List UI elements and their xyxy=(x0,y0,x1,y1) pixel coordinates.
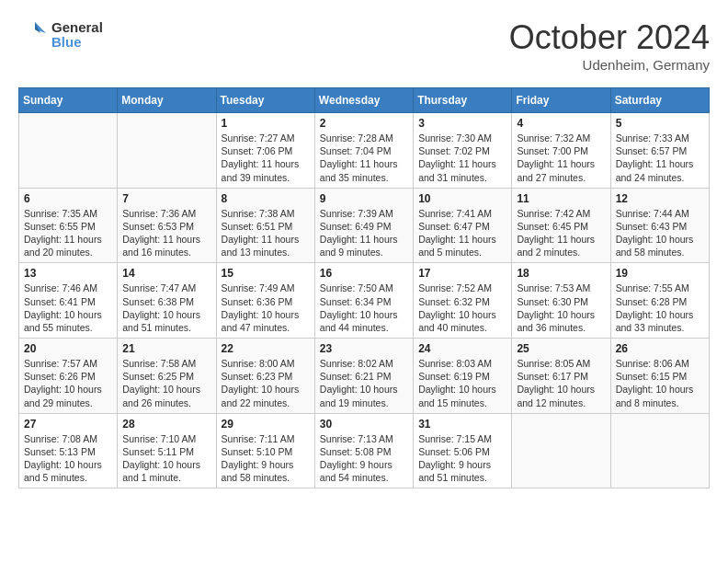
day-info: Sunrise: 7:33 AMSunset: 6:57 PMDaylight:… xyxy=(616,132,704,184)
day-number: 18 xyxy=(517,267,605,280)
calendar-cell: 14Sunrise: 7:47 AMSunset: 6:38 PMDayligh… xyxy=(118,263,216,339)
day-info: Sunrise: 7:53 AMSunset: 6:30 PMDaylight:… xyxy=(517,282,605,334)
day-info: Sunrise: 7:35 AMSunset: 6:55 PMDaylight:… xyxy=(24,207,112,259)
day-info: Sunrise: 7:50 AMSunset: 6:34 PMDaylight:… xyxy=(320,282,408,334)
calendar-cell: 25Sunrise: 8:05 AMSunset: 6:17 PMDayligh… xyxy=(512,339,610,414)
calendar-cell: 10Sunrise: 7:41 AMSunset: 6:47 PMDayligh… xyxy=(414,188,512,263)
day-info: Sunrise: 7:10 AMSunset: 5:11 PMDaylight:… xyxy=(122,432,210,485)
day-info: Sunrise: 7:13 AMSunset: 5:08 PMDaylight:… xyxy=(320,432,408,485)
day-number: 8 xyxy=(222,192,310,205)
day-info: Sunrise: 8:00 AMSunset: 6:23 PMDaylight:… xyxy=(222,357,310,409)
day-number: 27 xyxy=(24,418,112,431)
calendar-cell: 4Sunrise: 7:32 AMSunset: 7:00 PMDaylight… xyxy=(512,113,610,189)
day-info: Sunrise: 7:30 AMSunset: 7:02 PMDaylight:… xyxy=(418,132,506,184)
day-number: 7 xyxy=(122,192,210,205)
day-number: 28 xyxy=(122,418,210,431)
day-number: 11 xyxy=(517,192,605,205)
calendar-cell: 1Sunrise: 7:27 AMSunset: 7:06 PMDaylight… xyxy=(216,113,314,189)
day-info: Sunrise: 7:28 AMSunset: 7:04 PMDaylight:… xyxy=(320,132,408,184)
day-info: Sunrise: 8:02 AMSunset: 6:21 PMDaylight:… xyxy=(320,357,408,409)
day-info: Sunrise: 7:15 AMSunset: 5:06 PMDaylight:… xyxy=(418,432,506,485)
calendar-cell: 8Sunrise: 7:38 AMSunset: 6:51 PMDaylight… xyxy=(216,188,314,263)
day-number: 17 xyxy=(418,267,506,280)
day-number: 10 xyxy=(418,192,506,205)
day-info: Sunrise: 7:49 AMSunset: 6:36 PMDaylight:… xyxy=(222,282,310,334)
calendar-cell: 15Sunrise: 7:49 AMSunset: 6:36 PMDayligh… xyxy=(216,263,314,339)
day-number: 14 xyxy=(122,267,210,280)
weekday-header: Saturday xyxy=(610,88,709,113)
day-number: 13 xyxy=(24,267,112,280)
day-info: Sunrise: 8:05 AMSunset: 6:17 PMDaylight:… xyxy=(517,357,605,409)
calendar-cell: 13Sunrise: 7:46 AMSunset: 6:41 PMDayligh… xyxy=(19,263,118,339)
calendar-cell: 17Sunrise: 7:52 AMSunset: 6:32 PMDayligh… xyxy=(414,263,512,339)
logo-general-text: General xyxy=(51,20,103,36)
day-info: Sunrise: 7:42 AMSunset: 6:45 PMDaylight:… xyxy=(517,207,605,259)
day-number: 4 xyxy=(517,117,605,130)
calendar-cell: 31Sunrise: 7:15 AMSunset: 5:06 PMDayligh… xyxy=(414,413,512,488)
logo: General Blue xyxy=(18,18,103,52)
day-info: Sunrise: 7:27 AMSunset: 7:06 PMDaylight:… xyxy=(222,132,310,184)
calendar-cell xyxy=(118,113,216,189)
calendar-cell xyxy=(610,413,709,488)
day-number: 20 xyxy=(24,342,112,355)
day-number: 31 xyxy=(418,418,506,431)
day-number: 19 xyxy=(616,267,704,280)
calendar-week-row: 27Sunrise: 7:08 AMSunset: 5:13 PMDayligh… xyxy=(19,413,710,488)
weekday-header: Sunday xyxy=(19,88,118,113)
day-info: Sunrise: 7:58 AMSunset: 6:25 PMDaylight:… xyxy=(122,357,210,409)
day-info: Sunrise: 7:47 AMSunset: 6:38 PMDaylight:… xyxy=(122,282,210,334)
logo-bird-icon xyxy=(18,18,51,52)
calendar-week-row: 6Sunrise: 7:35 AMSunset: 6:55 PMDaylight… xyxy=(19,188,710,263)
calendar-cell: 3Sunrise: 7:30 AMSunset: 7:02 PMDaylight… xyxy=(414,113,512,189)
calendar-cell: 28Sunrise: 7:10 AMSunset: 5:11 PMDayligh… xyxy=(118,413,216,488)
day-number: 21 xyxy=(122,342,210,355)
day-number: 29 xyxy=(222,418,310,431)
calendar-table: SundayMondayTuesdayWednesdayThursdayFrid… xyxy=(18,87,710,488)
day-info: Sunrise: 7:39 AMSunset: 6:49 PMDaylight:… xyxy=(320,207,408,259)
day-number: 22 xyxy=(222,342,310,355)
month-title: October 2024 xyxy=(509,18,710,57)
day-info: Sunrise: 7:52 AMSunset: 6:32 PMDaylight:… xyxy=(418,282,506,334)
day-info: Sunrise: 7:55 AMSunset: 6:28 PMDaylight:… xyxy=(616,282,704,334)
day-info: Sunrise: 7:08 AMSunset: 5:13 PMDaylight:… xyxy=(24,432,112,485)
day-info: Sunrise: 7:32 AMSunset: 7:00 PMDaylight:… xyxy=(517,132,605,184)
calendar-cell xyxy=(19,113,118,189)
calendar-header-row: SundayMondayTuesdayWednesdayThursdayFrid… xyxy=(19,88,710,113)
day-info: Sunrise: 7:36 AMSunset: 6:53 PMDaylight:… xyxy=(122,207,210,259)
day-number: 2 xyxy=(320,117,408,130)
calendar-cell: 26Sunrise: 8:06 AMSunset: 6:15 PMDayligh… xyxy=(610,339,709,414)
weekday-header: Wednesday xyxy=(314,88,413,113)
day-info: Sunrise: 7:57 AMSunset: 6:26 PMDaylight:… xyxy=(24,357,112,409)
day-number: 30 xyxy=(320,418,408,431)
day-number: 23 xyxy=(320,342,408,355)
calendar-cell: 6Sunrise: 7:35 AMSunset: 6:55 PMDaylight… xyxy=(19,188,118,263)
weekday-header: Tuesday xyxy=(216,88,314,113)
day-number: 3 xyxy=(418,117,506,130)
calendar-cell: 18Sunrise: 7:53 AMSunset: 6:30 PMDayligh… xyxy=(512,263,610,339)
day-info: Sunrise: 7:38 AMSunset: 6:51 PMDaylight:… xyxy=(222,207,310,259)
calendar-cell: 30Sunrise: 7:13 AMSunset: 5:08 PMDayligh… xyxy=(314,413,413,488)
day-number: 15 xyxy=(222,267,310,280)
calendar-cell: 20Sunrise: 7:57 AMSunset: 6:26 PMDayligh… xyxy=(19,339,118,414)
page-header: General Blue October 2024 Udenheim, Germ… xyxy=(18,18,710,73)
calendar-cell: 11Sunrise: 7:42 AMSunset: 6:45 PMDayligh… xyxy=(512,188,610,263)
day-number: 1 xyxy=(222,117,310,130)
day-info: Sunrise: 7:44 AMSunset: 6:43 PMDaylight:… xyxy=(616,207,704,259)
location: Udenheim, Germany xyxy=(509,57,710,73)
calendar-week-row: 20Sunrise: 7:57 AMSunset: 6:26 PMDayligh… xyxy=(19,339,710,414)
calendar-cell: 19Sunrise: 7:55 AMSunset: 6:28 PMDayligh… xyxy=(610,263,709,339)
day-number: 6 xyxy=(24,192,112,205)
calendar-cell: 29Sunrise: 7:11 AMSunset: 5:10 PMDayligh… xyxy=(216,413,314,488)
title-block: October 2024 Udenheim, Germany xyxy=(509,18,710,73)
day-info: Sunrise: 7:11 AMSunset: 5:10 PMDaylight:… xyxy=(222,432,310,485)
day-number: 9 xyxy=(320,192,408,205)
day-number: 26 xyxy=(616,342,704,355)
day-number: 16 xyxy=(320,267,408,280)
calendar-cell: 2Sunrise: 7:28 AMSunset: 7:04 PMDaylight… xyxy=(314,113,413,189)
day-info: Sunrise: 8:06 AMSunset: 6:15 PMDaylight:… xyxy=(616,357,704,409)
calendar-cell: 23Sunrise: 8:02 AMSunset: 6:21 PMDayligh… xyxy=(314,339,413,414)
calendar-week-row: 13Sunrise: 7:46 AMSunset: 6:41 PMDayligh… xyxy=(19,263,710,339)
day-info: Sunrise: 7:46 AMSunset: 6:41 PMDaylight:… xyxy=(24,282,112,334)
calendar-cell: 12Sunrise: 7:44 AMSunset: 6:43 PMDayligh… xyxy=(610,188,709,263)
day-number: 24 xyxy=(418,342,506,355)
